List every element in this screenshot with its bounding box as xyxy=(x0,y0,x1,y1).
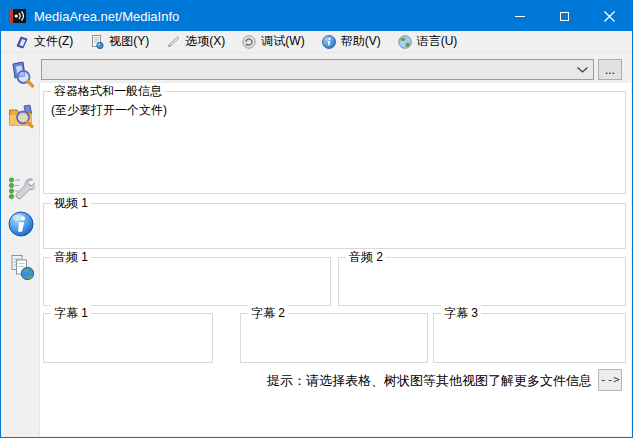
about-button[interactable] xyxy=(5,207,36,241)
open-folder-icon xyxy=(7,103,35,131)
debug-menu-icon xyxy=(241,34,257,50)
browse-button[interactable]: ... xyxy=(598,59,622,80)
groupbox-audio2-title: 音频 2 xyxy=(346,249,386,266)
menu-file[interactable]: 文件(Z) xyxy=(6,31,81,53)
chevron-down-icon xyxy=(571,67,593,73)
export-report-icon xyxy=(7,253,35,281)
hint-text: 提示：请选择表格、树状图等其他视图了解更多文件信息 xyxy=(267,372,592,390)
menu-debug[interactable]: 调试(W) xyxy=(233,31,312,53)
minimize-button[interactable] xyxy=(497,1,542,31)
preferences-button[interactable] xyxy=(5,170,36,204)
view-menu-icon xyxy=(89,34,105,50)
preferences-icon xyxy=(7,173,35,201)
groupbox-text1-title: 字幕 1 xyxy=(51,305,91,322)
groupbox-text1: 字幕 1 xyxy=(43,313,213,363)
maximize-icon xyxy=(560,12,569,21)
groupbox-text3-title: 字幕 3 xyxy=(441,305,481,322)
groupbox-video1-title: 视频 1 xyxy=(51,195,91,212)
caption-buttons xyxy=(497,1,632,31)
window-title: MediaArea.net/MediaInfo xyxy=(34,9,179,24)
groupbox-general: 容器格式和一般信息 (至少要打开一个文件) xyxy=(43,91,626,194)
file-menu-icon xyxy=(14,34,30,50)
menu-language-label: 语言(U) xyxy=(417,33,458,50)
menu-help[interactable]: 帮助(V) xyxy=(313,31,389,53)
menubar: 文件(Z) 视图(Y) 选项(X xyxy=(2,31,631,53)
open-file-icon xyxy=(7,60,35,88)
toolbar-sidebar xyxy=(2,53,39,436)
groupbox-audio2: 音频 2 xyxy=(338,257,626,306)
groupbox-video1: 视频 1 xyxy=(43,203,626,249)
menu-options-label: 选项(X) xyxy=(185,33,225,50)
about-info-icon xyxy=(7,210,35,238)
menu-file-label: 文件(Z) xyxy=(34,33,73,50)
groupbox-audio1: 音频 1 xyxy=(43,257,331,306)
menu-view[interactable]: 视图(Y) xyxy=(81,31,157,53)
help-menu-icon xyxy=(321,34,337,50)
maximize-button[interactable] xyxy=(542,1,587,31)
groupbox-text2-title: 字幕 2 xyxy=(248,305,288,322)
titlebar: MediaArea.net/MediaInfo xyxy=(1,1,632,31)
menu-options[interactable]: 选项(X) xyxy=(157,31,233,53)
mediainfo-logo-icon xyxy=(10,8,26,24)
menu-language[interactable]: 语言(U) xyxy=(389,31,466,53)
language-menu-icon xyxy=(397,34,413,50)
menu-view-label: 视图(Y) xyxy=(109,33,149,50)
mediainfo-window: MediaArea.net/MediaInfo xyxy=(0,0,633,438)
export-button[interactable] xyxy=(5,250,36,284)
close-button[interactable] xyxy=(587,1,632,31)
open-folder-button[interactable] xyxy=(5,100,36,134)
options-menu-icon xyxy=(165,34,181,50)
close-icon xyxy=(604,11,615,22)
minimize-icon xyxy=(515,16,525,17)
file-combobox[interactable] xyxy=(41,59,594,80)
groupbox-text3: 字幕 3 xyxy=(433,313,626,363)
groupbox-general-title: 容器格式和一般信息 xyxy=(51,83,165,100)
open-file-button[interactable] xyxy=(5,57,36,91)
menu-debug-label: 调试(W) xyxy=(261,33,304,50)
groupbox-text2: 字幕 2 xyxy=(240,313,428,363)
menu-help-label: 帮助(V) xyxy=(341,33,381,50)
more-views-button[interactable]: --> xyxy=(598,369,622,391)
groupbox-audio1-title: 音频 1 xyxy=(51,249,91,266)
